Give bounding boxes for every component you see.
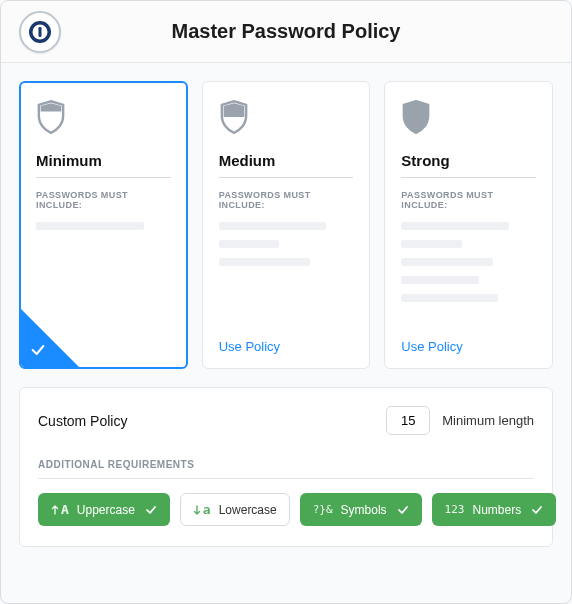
policy-name: Strong — [401, 152, 536, 178]
policy-subhead: PASSWORDS MUST INCLUDE: — [401, 190, 536, 210]
content: Minimum PASSWORDS MUST INCLUDE: Medium P… — [1, 63, 571, 565]
chip-label: Numbers — [472, 503, 521, 517]
policy-window: Master Password Policy Minimum PASSWORDS… — [0, 0, 572, 604]
chip-lowercase[interactable]: a Lowercase — [180, 493, 290, 526]
placeholder-line — [36, 222, 144, 230]
chip-label: Symbols — [341, 503, 387, 517]
custom-header-row: Custom Policy Minimum length — [38, 406, 534, 435]
chip-numbers[interactable]: 123 Numbers — [432, 493, 557, 526]
requirement-chips: A Uppercase a Lowercase ?}& Symbols — [38, 493, 534, 526]
shield-icon — [36, 100, 66, 134]
check-icon — [30, 342, 46, 358]
page-title: Master Password Policy — [61, 20, 511, 43]
chip-symbols[interactable]: ?}& Symbols — [300, 493, 422, 526]
placeholder-line — [219, 222, 327, 230]
selected-corner — [21, 309, 79, 367]
check-icon — [397, 504, 409, 516]
symbols-icon: ?}& — [313, 503, 333, 516]
uppercase-icon: A — [51, 502, 69, 517]
chip-uppercase[interactable]: A Uppercase — [38, 493, 170, 526]
policy-card-minimum[interactable]: Minimum PASSWORDS MUST INCLUDE: — [19, 81, 188, 369]
policy-cards: Minimum PASSWORDS MUST INCLUDE: Medium P… — [19, 81, 553, 369]
custom-policy-panel: Custom Policy Minimum length ADDITIONAL … — [19, 387, 553, 547]
check-icon — [531, 504, 543, 516]
placeholder-line — [219, 258, 311, 266]
placeholder-line — [401, 294, 498, 302]
min-length-input[interactable] — [386, 406, 430, 435]
placeholder-line — [401, 240, 462, 248]
shield-icon — [401, 100, 431, 134]
min-length-label: Minimum length — [442, 413, 534, 428]
app-icon — [19, 11, 61, 53]
policy-name: Medium — [219, 152, 354, 178]
policy-name: Minimum — [36, 152, 171, 178]
policy-subhead: PASSWORDS MUST INCLUDE: — [36, 190, 171, 210]
custom-policy-title: Custom Policy — [38, 413, 127, 429]
min-length-group: Minimum length — [386, 406, 534, 435]
lowercase-icon: a — [193, 502, 211, 517]
onepassword-logo-icon — [28, 20, 52, 44]
chip-label: Uppercase — [77, 503, 135, 517]
placeholder-line — [401, 222, 509, 230]
chip-label: Lowercase — [219, 503, 277, 517]
header: Master Password Policy — [1, 1, 571, 63]
additional-requirements-label: ADDITIONAL REQUIREMENTS — [38, 459, 534, 479]
policy-card-medium[interactable]: Medium PASSWORDS MUST INCLUDE: Use Polic… — [202, 81, 371, 369]
use-policy-link[interactable]: Use Policy — [219, 339, 280, 354]
numbers-icon: 123 — [445, 503, 465, 516]
placeholder-line — [401, 276, 479, 284]
policy-card-strong[interactable]: Strong PASSWORDS MUST INCLUDE: Use Polic… — [384, 81, 553, 369]
check-icon — [145, 504, 157, 516]
svg-rect-2 — [39, 27, 42, 37]
placeholder-line — [401, 258, 493, 266]
use-policy-link[interactable]: Use Policy — [401, 339, 462, 354]
shield-icon — [219, 100, 249, 134]
policy-subhead: PASSWORDS MUST INCLUDE: — [219, 190, 354, 210]
placeholder-line — [219, 240, 280, 248]
